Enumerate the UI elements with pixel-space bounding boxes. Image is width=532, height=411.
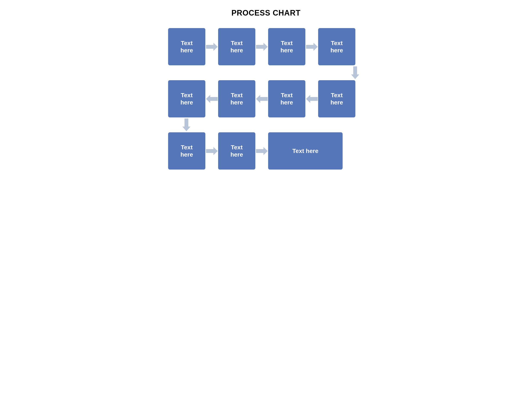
arrow-r2-2-1	[205, 95, 218, 103]
page-container: PROCESS CHART Text here Text here	[160, 9, 372, 169]
process-box-r1b3[interactable]: Text here	[268, 28, 305, 65]
down-arrow-right-1	[351, 65, 359, 80]
process-box-r3b2[interactable]: Text here	[218, 132, 255, 169]
process-box-r2b4[interactable]: Text here	[318, 80, 355, 117]
arrow-right-icon	[306, 43, 318, 51]
box-label-r2b2: Text here	[230, 92, 243, 106]
process-box-r1b1[interactable]: Text here	[168, 28, 205, 65]
chart-area: Text here Text here Text here	[160, 28, 372, 169]
svg-marker-0	[206, 43, 218, 51]
svg-marker-9	[256, 147, 268, 155]
box-label-r3b3: Text here	[292, 147, 318, 155]
arrow-left-icon	[206, 95, 218, 103]
arrow-r3-2-3	[255, 147, 268, 155]
process-box-r2b1[interactable]: Text here	[168, 80, 205, 117]
arrow-r3-1-2	[205, 147, 218, 155]
arrow-right-icon	[256, 43, 268, 51]
arrow-left-icon	[256, 95, 268, 103]
page-title: PROCESS CHART	[231, 9, 301, 18]
process-box-r2b3[interactable]: Text here	[268, 80, 305, 117]
box-label-r1b3: Text here	[280, 40, 293, 54]
svg-marker-1	[256, 43, 268, 51]
box-label-r3b1: Text here	[180, 144, 193, 158]
svg-marker-7	[182, 119, 190, 131]
arrow-r2-3-2	[255, 95, 268, 103]
arrow-left-icon	[306, 95, 318, 103]
box-label-r2b4: Text here	[331, 92, 343, 106]
box-label-r1b4: Text here	[331, 40, 343, 54]
svg-marker-5	[256, 95, 268, 103]
arrow-right-icon	[256, 147, 268, 155]
arrow-down-icon	[182, 119, 190, 131]
arrow-right-icon	[206, 43, 218, 51]
row-1: Text here Text here Text here	[160, 28, 372, 65]
process-box-r1b4[interactable]: Text here	[318, 28, 355, 65]
box-label-r2b3: Text here	[280, 92, 293, 106]
box-label-r3b2: Text here	[230, 144, 243, 158]
vertical-connector-2	[160, 117, 372, 132]
process-box-r3b1[interactable]: Text here	[168, 132, 205, 169]
arrow-r1-2-3	[255, 43, 268, 51]
arrow-down-icon	[351, 66, 359, 79]
svg-marker-4	[206, 95, 218, 103]
svg-marker-8	[206, 147, 218, 155]
box-label-r1b1: Text here	[180, 40, 193, 54]
box-label-r2b1: Text here	[180, 92, 193, 106]
arrow-r1-3-4	[305, 43, 318, 51]
box-label-r1b2: Text here	[230, 40, 243, 54]
arrow-right-icon	[206, 147, 218, 155]
row-2: Text here Text here Text here	[160, 80, 372, 117]
svg-marker-3	[351, 66, 359, 79]
process-box-r3b3[interactable]: Text here	[268, 132, 342, 169]
vertical-connector-1	[160, 65, 372, 80]
process-box-r1b2[interactable]: Text here	[218, 28, 255, 65]
svg-marker-2	[306, 43, 318, 51]
row-3: Text here Text here Text here	[160, 132, 372, 169]
arrow-r2-4-3	[305, 95, 318, 103]
process-box-r2b2[interactable]: Text here	[218, 80, 255, 117]
arrow-r1-1-2	[205, 43, 218, 51]
down-arrow-left-1	[182, 117, 190, 132]
svg-marker-6	[306, 95, 318, 103]
